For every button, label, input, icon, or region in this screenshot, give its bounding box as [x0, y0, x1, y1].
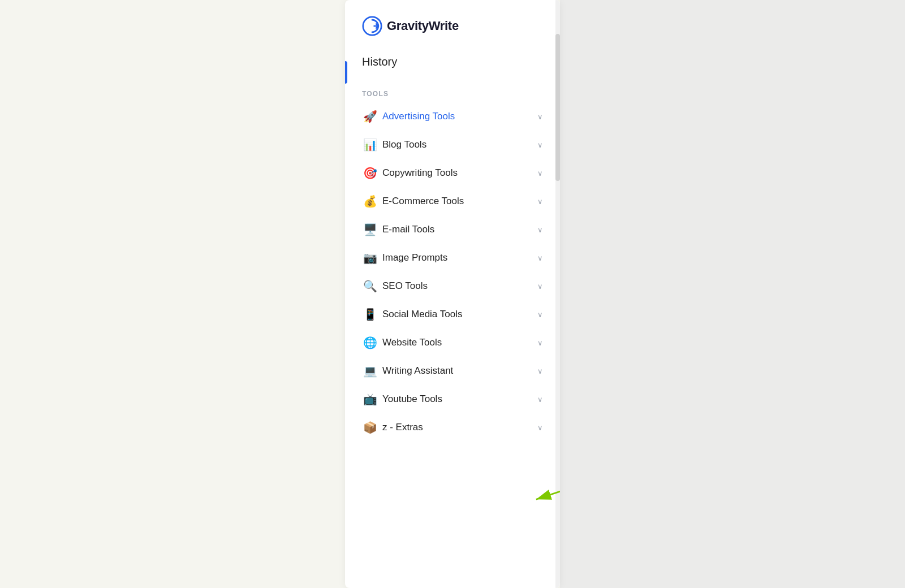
advertising-tools-label: Advertising Tools	[382, 111, 535, 122]
menu-items-list: 🚀Advertising Tools∨📊Blog Tools∨🎯Copywrit…	[345, 102, 560, 442]
ecommerce-tools-icon: 💰	[362, 194, 378, 208]
copywriting-tools-icon: 🎯	[362, 166, 378, 180]
email-tools-chevron-icon: ∨	[537, 226, 543, 234]
menu-item-website-tools[interactable]: 🌐Website Tools∨	[345, 328, 560, 357]
menu-item-z-extras[interactable]: 📦z - Extras∨	[345, 413, 560, 442]
advertising-tools-icon: 🚀	[362, 110, 378, 123]
advertising-tools-chevron-icon: ∨	[537, 113, 543, 121]
writing-assistant-chevron-icon: ∨	[537, 367, 543, 375]
logo-area: GravityWrite	[345, 0, 560, 47]
menu-item-blog-tools[interactable]: 📊Blog Tools∨	[345, 131, 560, 159]
menu-item-seo-tools[interactable]: 🔍SEO Tools∨	[345, 272, 560, 300]
social-media-tools-label: Social Media Tools	[382, 309, 535, 320]
history-label: History	[362, 55, 397, 68]
menu-item-image-prompts[interactable]: 📷Image Prompts∨	[345, 244, 560, 272]
writing-assistant-label: Writing Assistant	[382, 365, 535, 377]
website-tools-label: Website Tools	[382, 337, 535, 348]
website-tools-icon: 🌐	[362, 336, 378, 349]
active-indicator	[345, 61, 347, 84]
z-extras-chevron-icon: ∨	[537, 423, 543, 432]
scrollbar-thumb[interactable]	[555, 34, 560, 181]
arrow-annotation	[526, 469, 560, 512]
image-prompts-chevron-icon: ∨	[537, 254, 543, 262]
menu-item-youtube-tools[interactable]: 📺Youtube Tools∨	[345, 385, 560, 413]
scrollbar-track[interactable]	[555, 0, 560, 588]
social-media-tools-icon: 📱	[362, 308, 378, 321]
menu-item-writing-assistant[interactable]: 💻Writing Assistant∨	[345, 357, 560, 385]
tools-section-label: TOOLS	[345, 81, 560, 102]
blog-tools-label: Blog Tools	[382, 139, 535, 150]
menu-item-email-tools[interactable]: 🖥️E-mail Tools∨	[345, 215, 560, 244]
social-media-tools-chevron-icon: ∨	[537, 310, 543, 319]
menu-item-ecommerce-tools[interactable]: 💰E-Commerce Tools∨	[345, 187, 560, 215]
z-extras-icon: 📦	[362, 421, 378, 434]
seo-tools-label: SEO Tools	[382, 280, 535, 292]
seo-tools-chevron-icon: ∨	[537, 282, 543, 291]
gravitywrite-logo-icon	[362, 16, 382, 36]
menu-item-copywriting-tools[interactable]: 🎯Copywriting Tools∨	[345, 159, 560, 187]
website-tools-chevron-icon: ∨	[537, 339, 543, 347]
seo-tools-icon: 🔍	[362, 279, 378, 293]
app-title: GravityWrite	[387, 19, 459, 33]
ecommerce-tools-chevron-icon: ∨	[537, 197, 543, 206]
youtube-tools-icon: 📺	[362, 392, 378, 406]
image-prompts-label: Image Prompts	[382, 252, 535, 263]
menu-item-advertising-tools[interactable]: 🚀Advertising Tools∨	[345, 102, 560, 131]
ecommerce-tools-label: E-Commerce Tools	[382, 196, 535, 207]
youtube-tools-arrow	[526, 469, 560, 509]
blog-tools-chevron-icon: ∨	[537, 141, 543, 149]
email-tools-icon: 🖥️	[362, 223, 378, 236]
youtube-tools-label: Youtube Tools	[382, 394, 535, 405]
z-extras-label: z - Extras	[382, 422, 535, 433]
copywriting-tools-chevron-icon: ∨	[537, 169, 543, 178]
blog-tools-icon: 📊	[362, 138, 378, 152]
email-tools-label: E-mail Tools	[382, 224, 535, 235]
menu-item-social-media-tools[interactable]: 📱Social Media Tools∨	[345, 300, 560, 328]
youtube-tools-chevron-icon: ∨	[537, 395, 543, 404]
image-prompts-icon: 📷	[362, 251, 378, 265]
history-menu-item[interactable]: History	[345, 47, 560, 76]
copywriting-tools-label: Copywriting Tools	[382, 167, 535, 179]
writing-assistant-icon: 💻	[362, 364, 378, 378]
